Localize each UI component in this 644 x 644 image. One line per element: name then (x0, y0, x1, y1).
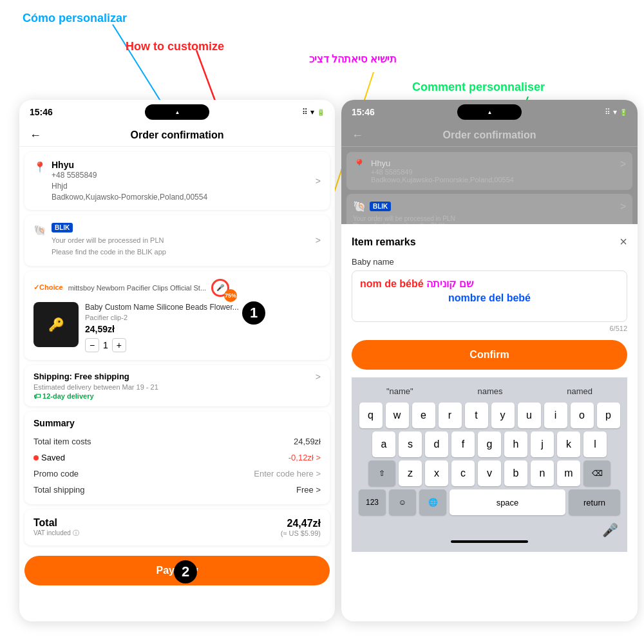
nav-title-left: Order confirmation (131, 129, 224, 141)
keyboard-row-2: a s d f g h j k l (354, 431, 625, 457)
address-arrow: > (316, 176, 321, 186)
suggestion-1[interactable]: names (472, 385, 507, 397)
key-v[interactable]: v (478, 460, 501, 486)
modal-close-button[interactable]: × (620, 234, 627, 249)
key-b[interactable]: b (504, 460, 527, 486)
key-t[interactable]: t (465, 402, 488, 428)
total-amount-right: 24,47zł (≈ US $5.99) (281, 518, 321, 537)
key-z[interactable]: z (399, 460, 422, 486)
address-line1: Hhjd (52, 181, 310, 192)
payment-arrow: > (316, 235, 321, 245)
right-panel: 15:46 ▲ ⠿▾🔋 ← Order confirmation 📍 Hhyu … (341, 100, 638, 621)
choice-bar: ✓Choice mittsboy Newborn Pacifier Clips … (33, 279, 321, 297)
annotation-comment-personnaliser: Comment personnaliser (412, 80, 545, 94)
key-l[interactable]: l (583, 431, 607, 457)
confirm-button[interactable]: Confirm (352, 340, 627, 370)
total-usd: (≈ US $5.99) (281, 529, 321, 537)
summary-title: Summary (33, 418, 321, 428)
field-text-spanish: nombre del bebé (360, 292, 619, 304)
key-h[interactable]: h (504, 431, 527, 457)
address-card[interactable]: 📍 Hhyu +48 5585849 Hhjd Badkowo,Kujawsko… (24, 152, 330, 210)
baby-name-field[interactable]: nom de bébé שם קוניתה nombre del bebé (352, 270, 627, 322)
phone-content-left: 📍 Hhyu +48 5585849 Hhjd Badkowo,Kujawsko… (19, 147, 335, 620)
key-n[interactable]: n (531, 460, 554, 486)
key-j[interactable]: j (531, 431, 554, 457)
qty-plus[interactable]: + (112, 338, 126, 352)
suggestion-0[interactable]: "name" (381, 385, 419, 397)
total-label: Total (33, 517, 79, 529)
location-icon: 📍 (33, 161, 46, 173)
key-x[interactable]: x (425, 460, 448, 486)
payment-card[interactable]: 🐚 BLIK Your order will be processed in P… (24, 215, 330, 265)
key-i[interactable]: i (544, 402, 567, 428)
numbers-key[interactable]: 123 (359, 489, 386, 515)
key-r[interactable]: r (439, 402, 462, 428)
product-qty: − 1 + (85, 338, 321, 352)
mic-icon[interactable]: 🎤 (602, 522, 618, 538)
shipping-section[interactable]: Shipping: Free shipping > Estimated deli… (24, 365, 330, 406)
key-g[interactable]: g (478, 431, 501, 457)
globe-key[interactable]: 🌐 (419, 489, 446, 515)
emoji-key[interactable]: ☺ (389, 489, 416, 515)
key-d[interactable]: d (425, 431, 448, 457)
number-2-circle: 2 (174, 560, 197, 583)
shipping-title: Shipping: Free shipping (33, 372, 129, 382)
payment-text: BLIK Your order will be processed in PLN… (52, 223, 310, 258)
annotation-como-personalizar: Cómo personalizar (23, 12, 127, 25)
status-bar-right: 15:46 ▲ ⠿▾🔋 (341, 100, 638, 124)
key-q[interactable]: q (359, 402, 383, 428)
annotation-how-to-customize: How to customize (126, 40, 224, 53)
address-name: Hhyu (52, 160, 310, 170)
product-row: 🔑 Baby Custom Name Silicone Beads Flower… (33, 302, 321, 353)
key-e[interactable]: e (412, 402, 435, 428)
key-w[interactable]: w (386, 402, 409, 428)
dynamic-island-left: ▲ (145, 104, 209, 120)
summary-promo-row[interactable]: Promo code Enter code here > (33, 466, 321, 482)
mic-row: 🎤 (354, 518, 625, 540)
keyboard-row-4: 123 ☺ 🌐 space return (354, 489, 625, 515)
home-indicator (451, 540, 528, 543)
choice-badge: ✓Choice (33, 283, 63, 292)
left-phone: 15:46 ▲ ⠿▾🔋 ← Order confirmation 📍 Hhyu … (19, 100, 335, 621)
key-c[interactable]: c (451, 460, 475, 486)
product-info: Baby Custom Name Silicone Beads Flower..… (85, 302, 321, 353)
space-key[interactable]: space (450, 489, 565, 515)
summary-shipping-row: Total shipping Free > (33, 482, 321, 498)
shipping-arrow: > (316, 372, 321, 382)
status-bar-left: 15:46 ▲ ⠿▾🔋 (19, 100, 335, 124)
status-icons-left: ⠿▾🔋 (302, 108, 325, 117)
back-button-left[interactable]: ← (30, 129, 41, 142)
time-right: 15:46 (352, 107, 375, 117)
backspace-key[interactable]: ⌫ (583, 460, 611, 486)
promo-value: Enter code here > (254, 469, 321, 478)
key-p[interactable]: p (597, 402, 620, 428)
product-price: 24,59zł (85, 324, 321, 334)
keyboard: "name" names named q w e r t y u i o p a… (352, 377, 627, 552)
key-a[interactable]: a (372, 431, 395, 457)
key-m[interactable]: m (557, 460, 580, 486)
shipping-days: 🏷 12-day delivery (33, 392, 321, 400)
shift-key[interactable]: ⇧ (368, 460, 395, 486)
product-image: 🔑 (33, 302, 79, 347)
number-1-circle: 1 (242, 301, 265, 325)
modal-header: Item remarks × (352, 234, 627, 249)
suggestion-2[interactable]: named (562, 385, 598, 397)
return-key[interactable]: return (569, 489, 620, 515)
saved-dot (33, 455, 39, 460)
nav-title-right: Order confirmation (443, 129, 536, 141)
key-y[interactable]: y (491, 402, 515, 428)
seller-name: mittsboy Newborn Pacifier Clips Official… (68, 284, 206, 292)
key-o[interactable]: o (571, 402, 594, 428)
key-s[interactable]: s (399, 431, 422, 457)
percentage-badge: 75% (224, 289, 237, 302)
qty-value: 1 (103, 340, 108, 350)
product-card: ✓Choice mittsboy Newborn Pacifier Clips … (24, 271, 330, 361)
key-k[interactable]: k (557, 431, 580, 457)
field-text-french: nom de bébé (360, 278, 426, 289)
time-left: 15:46 (30, 107, 53, 117)
char-count: 6/512 (352, 325, 627, 332)
back-button-right: ← (352, 129, 363, 142)
key-u[interactable]: u (518, 402, 541, 428)
key-f[interactable]: f (451, 431, 475, 457)
qty-minus[interactable]: − (85, 338, 99, 352)
